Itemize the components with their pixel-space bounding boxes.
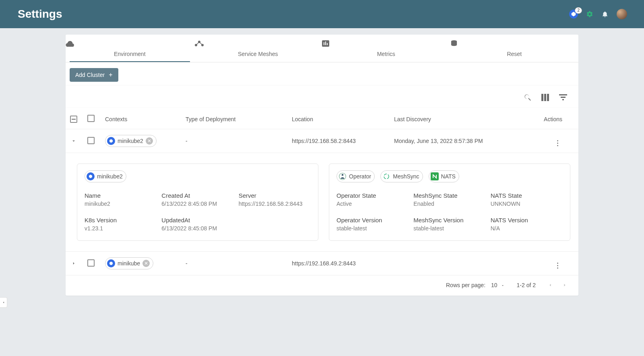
col-location[interactable]: Location <box>292 116 394 122</box>
svg-rect-7 <box>327 43 328 45</box>
settings-icon[interactable] <box>586 10 593 18</box>
nats-icon <box>431 172 439 180</box>
discovery-cell: Monday, June 13, 2022 8:57:38 PM <box>394 138 528 144</box>
context-chip[interactable]: minikube2 ✕ <box>105 135 157 147</box>
row-actions[interactable] <box>528 259 570 269</box>
kubernetes-icon <box>87 172 95 180</box>
tab-label: Environment <box>114 51 146 57</box>
tab-environment[interactable]: Environment <box>66 35 194 62</box>
col-discovery[interactable]: Last Discovery <box>394 116 528 122</box>
kubernetes-icon <box>107 137 115 145</box>
operator-details-panel: Operator MeshSync NATS <box>329 164 570 241</box>
tab-metrics[interactable]: Metrics <box>322 35 450 62</box>
row-checkbox[interactable] <box>87 137 105 145</box>
search-icon[interactable] <box>524 93 532 101</box>
chip-remove-icon[interactable]: ✕ <box>146 137 153 145</box>
operator-icon <box>339 172 347 180</box>
row-actions[interactable] <box>528 136 570 146</box>
add-cluster-button[interactable]: Add Cluster + <box>70 68 118 82</box>
view-columns-icon[interactable] <box>541 94 549 101</box>
deployment-cell: - <box>186 138 292 144</box>
nats-chip[interactable]: NATS <box>429 170 459 182</box>
k8s-version-value: v1.23.1 <box>85 225 157 232</box>
select-all-checkbox[interactable] <box>87 115 105 123</box>
expand-toggle[interactable] <box>70 259 78 267</box>
updated-value: 6/13/2022 8:45:08 PM <box>161 225 233 232</box>
context-cell: minikube ✕ <box>105 257 186 269</box>
kubernetes-icon <box>107 259 115 267</box>
rows-per-page-value: 10 <box>491 282 497 288</box>
col-deployment[interactable]: Type of Deployment <box>186 116 292 122</box>
context-cell: minikube2 ✕ <box>105 135 186 147</box>
tab-label: Metrics <box>377 51 395 57</box>
app-header: Settings <box>0 0 644 28</box>
cluster-chip-label: minikube2 <box>97 173 123 180</box>
meshsync-chip-label: MeshSync <box>393 173 419 180</box>
context-chip-label: minikube <box>118 260 140 267</box>
sidebar-expand-handle[interactable] <box>0 297 7 302</box>
svg-point-19 <box>384 174 389 179</box>
operator-chip-label: Operator <box>349 173 371 180</box>
name-value: minikube2 <box>85 201 157 207</box>
cluster-details-panel: minikube2 Nameminikube2 Created At6/13/2… <box>77 164 318 241</box>
tab-reset[interactable]: Reset <box>450 35 579 62</box>
svg-rect-6 <box>325 41 326 45</box>
rows-per-page-select[interactable]: 10 <box>491 282 504 288</box>
page-prev[interactable] <box>548 283 553 288</box>
operator-state-label: Operator State <box>336 192 409 199</box>
cluster-chip[interactable]: minikube2 <box>85 170 126 182</box>
add-cluster-label: Add Cluster <box>75 72 105 78</box>
location-cell: https://192.168.49.2:8443 <box>292 260 394 267</box>
nats-version-value: N/A <box>491 225 563 232</box>
meshsync-chip[interactable]: MeshSync <box>380 170 423 182</box>
nats-version-label: NATS Version <box>491 217 563 224</box>
meshsync-version-value: stable-latest <box>413 225 485 232</box>
chip-remove-icon[interactable]: ✕ <box>142 260 150 267</box>
cloud-icon <box>66 40 194 48</box>
page-next[interactable] <box>562 283 567 288</box>
filter-icon[interactable] <box>559 94 567 101</box>
location-cell: https://192.168.58.2:8443 <box>292 138 394 144</box>
operator-version-value: stable-latest <box>336 225 409 232</box>
tab-service-meshes[interactable]: Service Meshes <box>194 35 322 62</box>
nats-state-label: NATS State <box>491 192 563 199</box>
table-pager: Rows per page: 10 1-2 of 2 <box>66 275 578 296</box>
chevron-left-icon <box>2 300 5 302</box>
kubernetes-badge[interactable] <box>569 10 578 19</box>
operator-state-value: Active <box>336 201 409 207</box>
k8s-version-label: K8s Version <box>85 217 157 224</box>
col-contexts[interactable]: Contexts <box>105 116 186 122</box>
col-actions: Actions <box>528 116 570 122</box>
svg-rect-11 <box>547 94 549 101</box>
avatar-image <box>617 9 627 19</box>
table-row: minikube2 ✕ - https://192.168.58.2:8443 … <box>66 129 578 153</box>
tab-label: Service Meshes <box>238 51 278 57</box>
content-area: Environment Service Meshes Metrics Reset <box>0 28 644 302</box>
rows-per-page-label: Rows per page: <box>446 282 485 288</box>
operator-chip[interactable]: Operator <box>336 170 375 182</box>
tab-bar: Environment Service Meshes Metrics Reset <box>66 35 578 62</box>
minus-icon[interactable] <box>70 116 77 123</box>
svg-marker-20 <box>109 262 113 265</box>
chart-icon <box>322 40 450 48</box>
expand-toggle[interactable] <box>70 137 78 145</box>
svg-rect-12 <box>559 94 567 95</box>
svg-rect-10 <box>544 94 546 101</box>
row-checkbox[interactable] <box>87 259 105 268</box>
svg-rect-9 <box>541 94 543 101</box>
deployment-cell: - <box>186 260 292 267</box>
row-details: minikube2 Nameminikube2 Created At6/13/2… <box>66 153 578 252</box>
page-range: 1-2 of 2 <box>517 282 536 288</box>
bell-icon[interactable] <box>601 10 609 18</box>
tab-label: Reset <box>507 51 522 57</box>
svg-rect-14 <box>562 99 564 100</box>
avatar[interactable] <box>617 9 627 19</box>
chevron-down-icon <box>501 284 505 288</box>
meshsync-state-value: Enabled <box>413 201 485 207</box>
table-row: minikube ✕ - https://192.168.49.2:8443 <box>66 252 578 275</box>
created-label: Created At <box>161 192 233 199</box>
page-title: Settings <box>18 8 62 21</box>
svg-point-17 <box>342 174 344 176</box>
context-chip[interactable]: minikube ✕ <box>105 257 153 269</box>
svg-rect-13 <box>561 97 566 98</box>
